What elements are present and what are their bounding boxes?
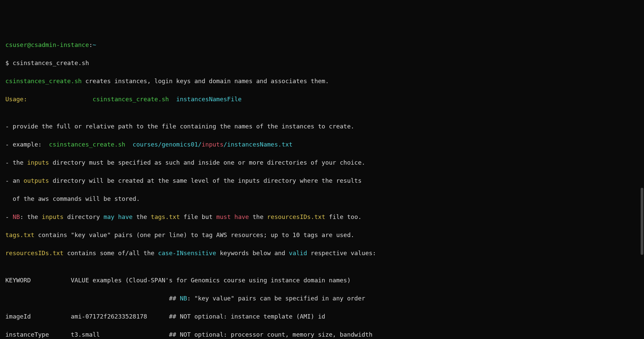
- prompt-host: csadmin-instance: [31, 41, 89, 48]
- pad: ##: [5, 295, 180, 302]
- pad: [27, 96, 93, 103]
- resources-file: resourcesIDs.txt: [267, 213, 325, 220]
- table-row: instanceType t3.small ## NOT optional: p…: [5, 330, 639, 339]
- nb-keyword: NB: [13, 213, 20, 220]
- output-text: respective values:: [307, 249, 376, 257]
- path-text: /instancesNames.txt: [223, 141, 292, 148]
- path-text: courses/genomics01/: [125, 141, 202, 148]
- table-row: imageId ami-07172f26233528178 ## NOT opt…: [5, 312, 639, 321]
- terminal-line: Usage: csinstances_create.sh instancesNa…: [5, 95, 639, 104]
- table-header: KEYWORD VALUE examples (Cloud-SPAN's for…: [5, 276, 639, 285]
- output-text: : the: [20, 213, 42, 220]
- prompt-user: csuser: [5, 41, 27, 48]
- prompt-colon: :: [89, 41, 93, 48]
- scrollbar[interactable]: [640, 0, 643, 339]
- prompt-path: ~: [93, 41, 96, 48]
- resources-file: resourcesIDs.txt: [5, 249, 63, 257]
- valid-keyword: valid: [289, 249, 307, 257]
- terminal-line: - example: csinstances_create.sh courses…: [5, 140, 639, 149]
- terminal-line: ## NB: "key value" pairs can be specifie…: [5, 294, 639, 303]
- terminal-line: - NB: the inputs directory may have the …: [5, 212, 639, 221]
- output-text: - an: [5, 177, 23, 184]
- terminal-line: - the inputs directory must be specified…: [5, 158, 639, 167]
- inputs-keyword: inputs: [202, 141, 223, 148]
- terminal-line: of the aws commands will be stored.: [5, 194, 639, 203]
- terminal-line: resourcesIDs.txt contains some of/all th…: [5, 248, 639, 258]
- tags-file: tags.txt: [5, 231, 35, 238]
- terminal-line: - provide the full or relative path to t…: [5, 122, 639, 131]
- output-text: keywords below and: [216, 249, 289, 257]
- output-text: creates instances, login keys and domain…: [82, 77, 329, 84]
- output-text: file too.: [325, 213, 362, 220]
- nb-keyword: NB: [180, 295, 187, 302]
- usage-label: Usage:: [5, 96, 27, 103]
- inputs-keyword: inputs: [42, 213, 63, 220]
- usage-arg: instancesNamesFile: [169, 96, 242, 103]
- output-text: - example:: [5, 141, 49, 148]
- outputs-keyword: outputs: [23, 177, 49, 184]
- script-name: csinstances_create.sh: [49, 141, 125, 148]
- prompt-at: @: [27, 41, 31, 48]
- terminal-line: csuser@csadmin-instance:~: [5, 40, 639, 49]
- script-name: csinstances_create.sh: [5, 77, 82, 84]
- output-text: : "key value" pairs can be specified in …: [187, 295, 365, 302]
- terminal-line: csinstances_create.sh creates instances,…: [5, 76, 639, 86]
- output-text: the: [249, 213, 267, 220]
- inputs-keyword: inputs: [27, 159, 49, 166]
- terminal-line: - an outputs directory will be created a…: [5, 176, 639, 185]
- output-text: -: [5, 213, 13, 220]
- output-text: directory will be created at the same le…: [49, 177, 362, 184]
- output-text: contains some of/all the: [63, 249, 158, 257]
- case-insensitive: case-INsensitive: [158, 249, 216, 257]
- output-text: directory must be specified as such and …: [49, 159, 365, 166]
- terminal-line: tags.txt contains "key value" pairs (one…: [5, 230, 639, 239]
- output-text: file but: [180, 213, 216, 220]
- output-text: the: [132, 213, 151, 220]
- command-text: csinstances_create.sh: [13, 59, 89, 66]
- output-text: contains "key value" pairs (one per line…: [35, 231, 355, 238]
- may-have: may have: [104, 213, 133, 220]
- prompt-dollar: $: [5, 59, 13, 66]
- must-have: must have: [216, 213, 249, 220]
- terminal-line: $ csinstances_create.sh: [5, 58, 639, 67]
- tags-file: tags.txt: [151, 213, 180, 220]
- output-text: directory: [63, 213, 103, 220]
- output-text: - the: [5, 159, 27, 166]
- scrollbar-thumb[interactable]: [641, 188, 643, 255]
- script-name: csinstances_create.sh: [93, 96, 169, 103]
